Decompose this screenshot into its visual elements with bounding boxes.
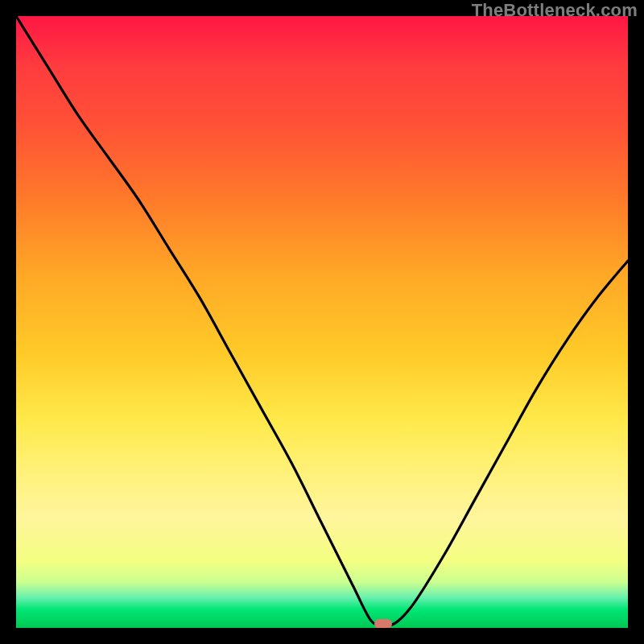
chart-frame: TheBottleneck.com (0, 0, 644, 644)
optimal-marker (374, 619, 392, 628)
plot-area (16, 16, 628, 628)
bottleneck-curve (16, 16, 628, 628)
